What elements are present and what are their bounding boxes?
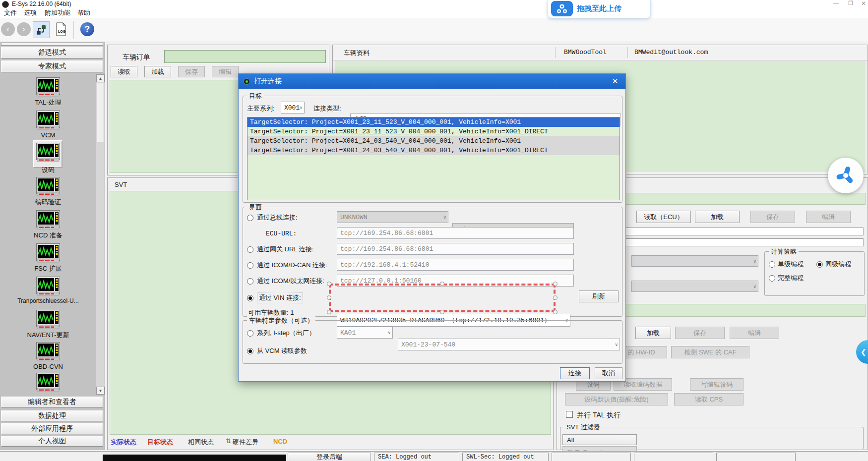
sidebar-button-external[interactable]: 外部应用程序 [1,423,103,434]
log-button[interactable]: LOG [54,21,68,37]
icom-dcan-field[interactable]: tcp://192.168.4.1:52410 [337,259,574,271]
annotation-handle[interactable] [553,282,558,286]
connect-button[interactable] [33,21,50,38]
menu-help[interactable]: 帮助 [74,8,93,18]
annotation-handle[interactable] [553,310,558,314]
minimize-icon[interactable]: — [833,0,839,6]
coding-save-button[interactable]: 保存 [750,211,795,223]
radio-icom-ethernet[interactable] [247,278,253,285]
annotation-rectangle[interactable] [329,284,556,312]
status-target[interactable]: 目标状态 [147,438,173,447]
radio-full-programming[interactable] [769,275,775,282]
remote-tool-widget[interactable] [828,158,864,193]
sidebar-button-editors[interactable]: 编辑者和查看者 [1,397,103,407]
filter-item-all[interactable]: All [562,434,637,445]
coding-load-button[interactable]: 加载 [695,211,740,223]
read-cps-button[interactable]: 读取 CPS [674,393,744,405]
radio-single-level[interactable] [769,261,775,268]
target-selector-row[interactable]: TargetSelector: Project=X001_23_11_523_V… [248,117,620,127]
sidebar-item-fsc[interactable]: FSC 扩展 [0,243,96,273]
upload-widget[interactable]: 拖拽至此上传 [548,0,651,18]
write-coding-button[interactable]: 写编辑设码 [690,378,744,391]
refresh-button[interactable]: 刷新 [579,290,619,302]
gateway-url-field[interactable]: tcp://169.254.86.68:6801 [337,243,574,255]
radio-read-from-vcm[interactable] [247,348,253,354]
status-same[interactable]: 相同状态 [188,438,214,447]
main-series-select[interactable]: X001 [281,102,305,114]
check-swe-caf-button[interactable]: 检测 SWE 的 CAF [671,346,749,358]
radio-same-level-label: 同级编程 [825,260,851,269]
chevron-down-icon [443,215,446,220]
sidebar-item-nav-ent[interactable]: NAV/ENT-更新 [0,310,96,340]
back-button[interactable]: ‹ [1,22,15,36]
sidebar-item-transportkey[interactable]: Tranportschluessel-U... [0,277,96,306]
main-series-label: 主要系列: [247,104,275,113]
scrollbar-thumb[interactable] [97,83,104,142]
ecu-url-label: ECU-URL: [266,230,297,237]
dialog-close-icon[interactable]: ✕ [610,76,620,87]
scroll-up-icon[interactable]: ▲ [96,74,105,82]
maximize-icon[interactable]: ❐ [848,0,853,6]
code-defaults-button[interactable]: 设码默认值(提醒:危险) [565,393,668,405]
menu-file[interactable]: 文件 [1,8,20,18]
sidebar-item-vcm[interactable]: VCM [0,111,96,140]
sidebar-item-cert[interactable]: 证书管理扩展 [0,373,96,395]
sidebar-item-ncd[interactable]: NCD 准备 [0,210,96,240]
login-backend-button[interactable]: 登录后端 [288,453,371,461]
order-save-button[interactable]: 保存 [178,66,205,77]
annotation-handle[interactable] [553,295,558,300]
forward-button[interactable]: › [17,22,31,36]
radio-vin-connection[interactable] [247,295,253,301]
istep-select-1[interactable]: KA01 [337,327,393,339]
annotation-handle[interactable] [327,295,331,300]
status-actual[interactable]: 实际状态 [111,438,136,447]
radio-gateway-url[interactable] [247,246,253,253]
scroll-down-icon[interactable]: ▼ [96,387,105,395]
ecu-url-field[interactable]: tcp://169.254.86.68:6801 [337,227,574,239]
close-window-icon[interactable]: ✕ [861,0,866,7]
cancel-dialog-button[interactable]: 取消 [595,367,622,379]
sidebar-button-data[interactable]: 数据处理 [1,410,103,421]
conn-type-label: 连接类型: [313,104,341,113]
target-selector-row[interactable]: TargetSelector: Project=X001_24_03_540_V… [248,146,620,155]
mode-button-expert[interactable]: 专家模式 [1,60,103,72]
istep-select-2[interactable]: X001-23-07-540 [398,339,620,350]
sidebar-item-obd-cvn[interactable]: OBD-CVN [0,342,96,372]
parallel-tal-checkbox[interactable] [566,411,573,418]
radio-series-istep[interactable] [247,330,253,337]
annotation-handle[interactable] [440,282,444,286]
annotation-handle[interactable] [440,310,444,314]
menu-extras[interactable]: 附加功能 [42,8,73,18]
connect-dialog-button[interactable]: 连接 [560,367,590,379]
coding-load2-button[interactable]: 加载 [635,327,671,339]
coding-edit2-button[interactable]: 编辑 [730,327,779,339]
coding-dropdown-2[interactable] [631,281,758,292]
target-selector-row[interactable]: TargetSelector: Project=X001_23_11_523_V… [248,127,620,136]
vehicle-order-input[interactable] [164,50,326,63]
status-ncd[interactable]: NCD [273,438,287,445]
help-button[interactable]: ? [80,22,94,36]
order-read-button[interactable]: 读取 [111,66,137,77]
coding-dropdown-1[interactable] [631,255,758,267]
sidebar-item-tal[interactable]: TAL-处理 [0,77,96,107]
coding-edit-button[interactable]: 编辑 [806,211,851,223]
dialog-titlebar[interactable]: 打开连接 ✕ [239,74,625,89]
annotation-handle[interactable] [327,310,331,314]
sidebar-item-coding-verify[interactable]: 编码验证 [0,177,96,207]
menu-options[interactable]: 选项 [21,8,40,18]
order-load-button[interactable]: 加载 [144,66,171,77]
read-ecu-button[interactable]: 读取（ECU） [636,211,691,223]
target-selector-row[interactable]: TargetSelector: Project=X001_24_03_540_V… [248,136,620,146]
mode-button-comfort[interactable]: 舒适模式 [1,47,103,58]
sidebar-item-coding[interactable]: 设码 [0,143,96,174]
bus-select-1[interactable]: UNKNOWN [337,211,448,223]
order-edit-button[interactable]: 编辑 [212,66,239,77]
coding-save2-button[interactable]: 保存 [675,327,725,339]
radio-same-level[interactable] [816,261,823,268]
status-hwdiff[interactable]: 硬件差异 [233,438,258,447]
radio-bus-connection[interactable] [247,215,253,221]
sidebar-button-personal[interactable]: 个人视图 [1,436,103,447]
radio-icom-dcan[interactable] [247,262,253,269]
annotation-handle[interactable] [327,282,331,286]
sidebar-scrollbar[interactable]: ▲ ▼ [96,74,105,395]
